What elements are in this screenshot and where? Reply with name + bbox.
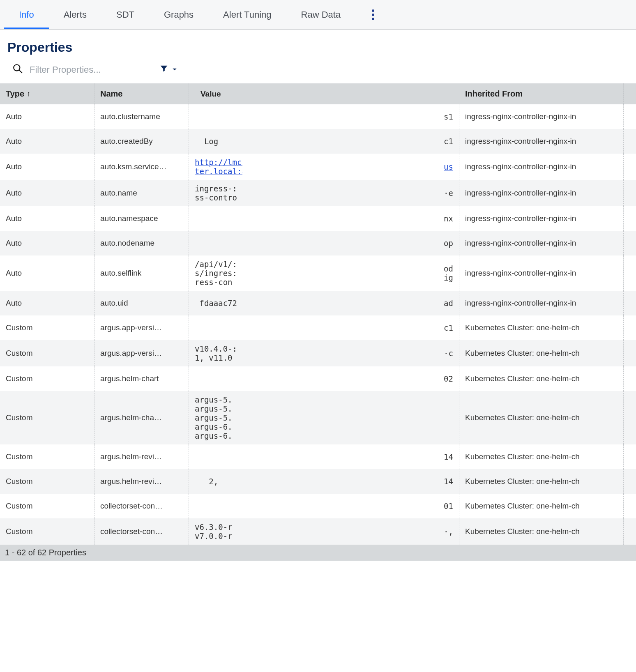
- cell-inherited: Kubernetes Cluster: one-helm-ch: [459, 494, 624, 518]
- table-row[interactable]: Autoauto.ksm.service…http://lmc- ter.loc…: [0, 154, 636, 180]
- table-body: Autoauto.clusternames1ingress-nginx-cont…: [0, 104, 636, 545]
- properties-panel: Properties Type ↑ Name Value: [0, 30, 636, 561]
- cell-value-right: 02: [242, 366, 459, 391]
- cell-inherited: ingress-nginx-controller-nginx-in: [459, 154, 624, 180]
- cell-tail: [624, 206, 636, 231]
- search-icon: [12, 63, 23, 76]
- cell-inherited: ingress-nginx-controller-nginx-in: [459, 180, 624, 206]
- panel-title: Properties: [0, 30, 636, 59]
- col-header-name[interactable]: Name: [94, 83, 189, 104]
- cell-name: argus.helm-revi…: [94, 444, 189, 469]
- cell-value-left: 2,: [189, 469, 242, 494]
- svg-line-4: [19, 70, 22, 73]
- cell-inherited: ingress-nginx-controller-nginx-in: [459, 104, 624, 129]
- table-row[interactable]: Customargus.helm-revi… 2,14Kubernetes Cl…: [0, 469, 636, 494]
- cell-tail: [624, 391, 636, 444]
- cell-tail: [624, 180, 636, 206]
- value-link-right[interactable]: us: [444, 162, 453, 171]
- cell-name: auto.clustername: [94, 104, 189, 129]
- cell-inherited: ingress-nginx-controller-nginx-in: [459, 291, 624, 315]
- cell-value-left: http://lmc- ter.local:80: [189, 154, 242, 180]
- cell-name: collectorset-con…: [94, 494, 189, 518]
- col-header-value[interactable]: Value: [189, 83, 459, 104]
- cell-tail: [624, 469, 636, 494]
- cell-inherited: Kubernetes Cluster: one-helm-ch: [459, 391, 624, 444]
- cell-type: Custom: [0, 366, 94, 391]
- cell-tail: [624, 494, 636, 518]
- cell-name: argus.helm-cha…: [94, 391, 189, 444]
- cell-type: Auto: [0, 104, 94, 129]
- table-row[interactable]: Customcollectorset-con…01Kubernetes Clus…: [0, 494, 636, 518]
- filter-row: [0, 59, 636, 83]
- table-row[interactable]: Customargus.app-versi…v10.4.0-: 1, v11.0…: [0, 340, 636, 366]
- cell-inherited: ingress-nginx-controller-nginx-in: [459, 231, 624, 255]
- cell-name: auto.namespace: [94, 206, 189, 231]
- cell-value-left: [189, 366, 242, 391]
- table-row[interactable]: Autoauto.nameingress-: ss-contro·eingres…: [0, 180, 636, 206]
- cell-value-right: c1: [242, 315, 459, 340]
- cell-value-right: s1: [242, 104, 459, 129]
- cell-value-left: [189, 315, 242, 340]
- tab-graphs[interactable]: Graphs: [149, 0, 208, 29]
- cell-type: Custom: [0, 469, 94, 494]
- cell-tail: [624, 518, 636, 545]
- table-header-row: Type ↑ Name Value Inherited From: [0, 83, 636, 104]
- cell-value-right: ad: [242, 291, 459, 315]
- col-header-value-label: Value: [195, 90, 221, 99]
- filter-input[interactable]: [30, 64, 136, 75]
- cell-type: Auto: [0, 206, 94, 231]
- table-row[interactable]: Customargus.helm-chart02Kubernetes Clust…: [0, 366, 636, 391]
- table-row[interactable]: Customargus.app-versi…c1Kubernetes Clust…: [0, 315, 636, 340]
- tab-alerts[interactable]: Alerts: [49, 0, 101, 29]
- table-row[interactable]: Autoauto.nodenameopingress-nginx-control…: [0, 231, 636, 255]
- tab-raw-data[interactable]: Raw Data: [286, 0, 356, 29]
- cell-tail: [624, 129, 636, 154]
- tab-overflow-menu[interactable]: [367, 7, 379, 23]
- cell-tail: [624, 444, 636, 469]
- col-header-inherited[interactable]: Inherited From: [459, 83, 624, 104]
- table-row[interactable]: Autoauto.createdBy Logc1ingress-nginx-co…: [0, 129, 636, 154]
- cell-tail: [624, 315, 636, 340]
- tab-bar: InfoAlertsSDTGraphsAlert TuningRaw Data: [0, 0, 636, 30]
- table-row[interactable]: Customargus.helm-revi…14Kubernetes Clust…: [0, 444, 636, 469]
- cell-name: auto.nodename: [94, 231, 189, 255]
- cell-value-right: ·c: [242, 340, 459, 366]
- cell-value-left: [189, 206, 242, 231]
- cell-type: Custom: [0, 340, 94, 366]
- cell-name: argus.helm-revi…: [94, 469, 189, 494]
- table-row[interactable]: Autoauto.namespacenxingress-nginx-contro…: [0, 206, 636, 231]
- cell-value-left: Log: [189, 129, 242, 154]
- cell-value-left: /api/v1/: s/ingres: ress-con: [189, 255, 242, 291]
- value-link[interactable]: http://lmc- ter.local:80: [195, 158, 242, 176]
- table-row[interactable]: Autoauto.uid fdaaac72adingress-nginx-con…: [0, 291, 636, 315]
- funnel-icon: [159, 64, 168, 75]
- tab-alert-tuning[interactable]: Alert Tuning: [208, 0, 286, 29]
- cell-type: Custom: [0, 315, 94, 340]
- filter-dropdown[interactable]: [159, 64, 177, 75]
- cell-value-right: od ig: [242, 255, 459, 291]
- svg-point-3: [14, 64, 20, 71]
- table-row[interactable]: Customcollectorset-con…v6.3.0-r v7.0.0-r…: [0, 518, 636, 545]
- svg-point-2: [372, 18, 374, 20]
- cell-name: auto.createdBy: [94, 129, 189, 154]
- cell-value-left: [189, 104, 242, 129]
- table-row[interactable]: Customargus.helm-cha…argus-5. argus-5. a…: [0, 391, 636, 444]
- cell-type: Auto: [0, 129, 94, 154]
- col-header-name-label: Name: [100, 89, 122, 99]
- cell-tail: [624, 291, 636, 315]
- cell-name: auto.name: [94, 180, 189, 206]
- col-header-tail: [624, 83, 636, 104]
- cell-inherited: Kubernetes Cluster: one-helm-ch: [459, 315, 624, 340]
- cell-value-right: nx: [242, 206, 459, 231]
- caret-down-icon: [172, 65, 177, 74]
- table-row[interactable]: Autoauto.selflink/api/v1/: s/ingres: res…: [0, 255, 636, 291]
- cell-name: collectorset-con…: [94, 518, 189, 545]
- tab-info[interactable]: Info: [4, 0, 49, 29]
- cell-type: Auto: [0, 180, 94, 206]
- cell-value-left: ingress-: ss-contro: [189, 180, 242, 206]
- cell-tail: [624, 154, 636, 180]
- table-row[interactable]: Autoauto.clusternames1ingress-nginx-cont…: [0, 104, 636, 129]
- cell-value-right: 14: [242, 444, 459, 469]
- tab-sdt[interactable]: SDT: [101, 0, 149, 29]
- col-header-type[interactable]: Type ↑: [0, 83, 94, 104]
